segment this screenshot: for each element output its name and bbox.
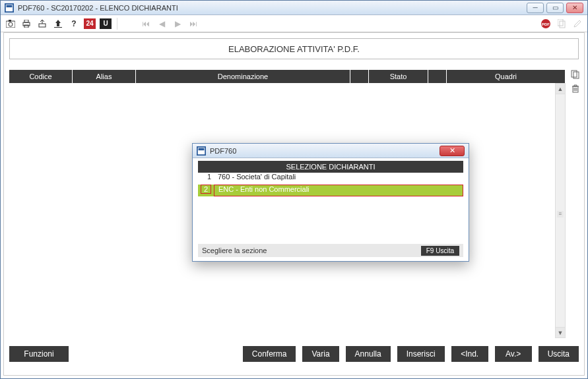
svg-text:PDF: PDF <box>542 22 550 26</box>
dialog-list-header: SELEZIONE DICHIARANTI <box>198 161 463 173</box>
nav-prev-icon[interactable]: ◀ <box>156 18 168 30</box>
copy-icon[interactable] <box>556 18 568 30</box>
copy-row-icon[interactable] <box>571 70 580 81</box>
svg-rect-2 <box>7 5 13 7</box>
svg-rect-9 <box>39 24 46 27</box>
badge-24-icon[interactable]: 24 <box>84 18 96 29</box>
edit-icon[interactable] <box>572 18 583 30</box>
option-number: 2 <box>198 185 214 196</box>
inserisci-button[interactable]: Inserisci <box>397 346 445 362</box>
toolbar-separator <box>117 18 117 30</box>
svg-rect-13 <box>558 19 563 26</box>
varia-button[interactable]: Varia <box>302 346 339 362</box>
maximize-button[interactable]: ▭ <box>546 3 564 13</box>
av-button[interactable]: Av.> <box>495 346 532 362</box>
col-denominazione[interactable]: Denominazione <box>136 70 350 83</box>
col-spacer <box>428 70 447 83</box>
svg-rect-20 <box>199 148 205 150</box>
dialog-app-icon <box>197 146 206 156</box>
dialog-body: SELEZIONE DICHIARANTI 1 760 - Societa' d… <box>193 158 469 199</box>
col-spacer <box>350 70 369 83</box>
option-text: ENC - Enti non Commerciali <box>214 185 463 196</box>
annulla-button[interactable]: Annulla <box>346 346 391 362</box>
nav-first-icon[interactable]: ⏮ <box>140 18 152 30</box>
scroll-down-icon[interactable]: ▼ <box>556 327 565 337</box>
uscita-button[interactable]: Uscita <box>539 346 579 362</box>
dialog-option-list: 1 760 - Societa' di Capitali 2 ENC - Ent… <box>198 173 463 196</box>
window-title: PDF760 - SC20170202 - ELENCO DICHIARANTI <box>18 4 178 12</box>
delete-row-icon[interactable] <box>571 84 580 95</box>
selection-dialog: PDF760 ✕ SELEZIONE DICHIARANTI 1 760 - S… <box>192 143 469 262</box>
window-controls: ─ ▭ ✕ <box>527 3 583 13</box>
dialog-f9-exit-button[interactable]: F9 Uscita <box>421 246 459 256</box>
svg-rect-14 <box>560 21 565 28</box>
scroll-up-icon[interactable]: ▲ <box>556 84 565 94</box>
page-title: ELABORAZIONE ATTIVITA' P.D.F. <box>9 38 579 59</box>
camera-icon[interactable] <box>5 18 16 30</box>
close-button[interactable]: ✕ <box>566 3 583 13</box>
minimize-button[interactable]: ─ <box>527 3 544 13</box>
scroll-thumb[interactable]: ≡ <box>557 211 564 218</box>
dialog-footer: Scegliere la sezione F9 Uscita <box>198 244 463 257</box>
app-window: PDF760 - SC20170202 - ELENCO DICHIARANTI… <box>0 0 588 379</box>
grid-header-row: Codice Alias Denominazione Stato Quadri <box>9 70 566 83</box>
svg-rect-5 <box>9 20 11 22</box>
toolbar: ? 24 U ⏮ ◀ ▶ ⏭ PDF <box>1 15 587 32</box>
dialog-option-row[interactable]: 1 760 - Societa' di Capitali <box>198 173 463 185</box>
col-alias[interactable]: Alias <box>73 70 136 83</box>
bottom-button-bar: Funzioni Conferma Varia Annulla Inserisc… <box>9 346 579 362</box>
conferma-button[interactable]: Conferma <box>243 346 296 362</box>
funzioni-button[interactable]: Funzioni <box>9 346 69 362</box>
svg-point-4 <box>9 22 13 26</box>
app-icon <box>5 3 14 13</box>
svg-rect-7 <box>24 20 28 22</box>
ind-button[interactable]: <Ind. <box>451 346 488 362</box>
upload-icon[interactable] <box>52 18 64 30</box>
vertical-scrollbar[interactable]: ▲ ≡ ▼ <box>555 83 566 338</box>
badge-u-icon[interactable]: U <box>100 18 112 29</box>
option-number: 1 <box>198 173 214 185</box>
help-icon[interactable]: ? <box>68 18 80 30</box>
option-text: 760 - Societa' di Capitali <box>214 173 463 185</box>
dialog-title: PDF760 <box>210 147 236 155</box>
col-codice[interactable]: Codice <box>9 70 73 83</box>
pdf-icon[interactable]: PDF <box>540 18 552 30</box>
dialog-footer-text: Scegliere la sezione <box>202 247 267 254</box>
col-stato[interactable]: Stato <box>369 70 428 83</box>
window-titlebar: PDF760 - SC20170202 - ELENCO DICHIARANTI… <box>1 1 587 15</box>
nav-last-icon[interactable]: ⏭ <box>187 18 199 30</box>
dialog-option-row-selected[interactable]: 2 ENC - Enti non Commerciali <box>198 185 463 196</box>
col-quadri[interactable]: Quadri <box>447 70 566 83</box>
nav-next-icon[interactable]: ▶ <box>172 18 183 30</box>
svg-rect-10 <box>54 27 62 28</box>
dialog-close-button[interactable]: ✕ <box>440 146 465 156</box>
export-icon[interactable] <box>36 18 48 30</box>
print-icon[interactable] <box>20 18 32 30</box>
dialog-titlebar: PDF760 ✕ <box>193 144 469 158</box>
side-action-icons <box>571 70 580 95</box>
